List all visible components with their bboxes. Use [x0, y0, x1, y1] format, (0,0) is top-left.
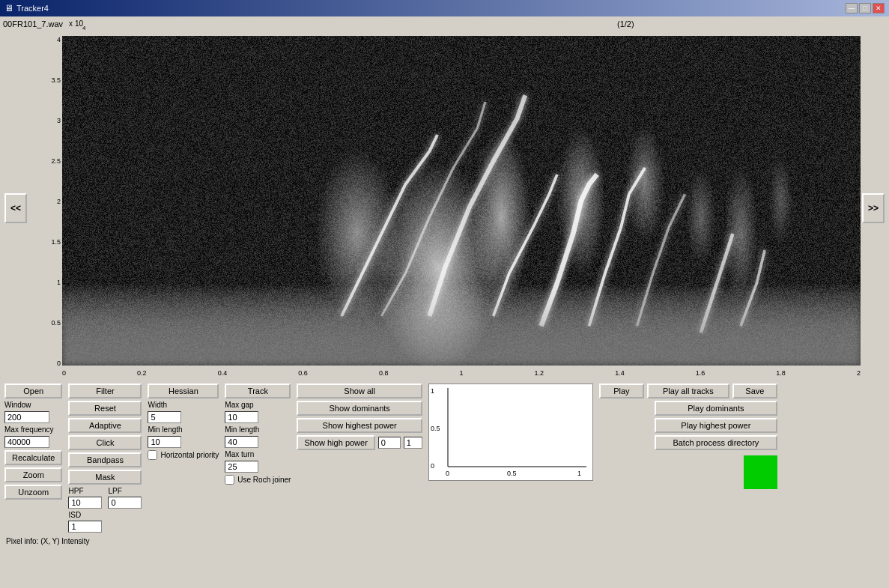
horizontal-priority-row: Horizontal priority [148, 450, 219, 460]
lpf-label: LPF [108, 487, 142, 495]
adaptive-button[interactable]: Adaptive [68, 418, 142, 433]
col-play: Play Play all tracks Save Play dominants… [599, 384, 777, 489]
y-35: 3.5 [51, 76, 61, 84]
show-high-power-input1[interactable] [378, 437, 401, 449]
y-axis: 4 3.5 3 2.5 2 1.5 1 0.5 0 [28, 36, 62, 381]
bandpass-button[interactable]: Bandpass [68, 452, 142, 467]
svg-text:0.5: 0.5 [431, 425, 440, 432]
y-15: 1.5 [51, 238, 61, 246]
max-turn-input[interactable] [225, 461, 258, 473]
max-turn-label: Max turn [225, 450, 291, 458]
maximize-button[interactable]: □ [859, 3, 871, 13]
horizontal-priority-checkbox[interactable] [148, 450, 157, 460]
spectrogram-row: << 4 3.5 3 2.5 2 1.5 1 0.5 0 0 0.2 0.4 0… [3, 36, 886, 381]
hpf-label: HPF [68, 487, 102, 495]
window-input[interactable] [4, 411, 49, 423]
width-label: Width [148, 401, 219, 409]
isd-label: ISD [68, 511, 142, 519]
save-button[interactable]: Save [732, 384, 777, 398]
hessian-button[interactable]: Hessian [148, 384, 219, 398]
title-bar: 🖥 Tracker4 — □ ✕ [0, 0, 889, 16]
mini-chart: 1 0.5 0 0 0.5 1 [428, 384, 593, 481]
max-freq-label: Max frequency [4, 425, 62, 434]
y-05: 0.5 [51, 319, 61, 327]
track-button[interactable]: Track [225, 384, 291, 398]
col-filter: Filter Reset Adaptive Click Bandpass Mas… [68, 384, 142, 533]
axis-exp-num: 4 [82, 25, 85, 31]
min-length-label2: Min length [225, 425, 291, 434]
pixel-info-label: Pixel info: (X, Y) Intensity [6, 537, 90, 545]
y-4: 4 [57, 36, 61, 43]
col-show: Show all Show dominants Show highest pow… [297, 384, 422, 450]
roch-joiner-checkbox[interactable] [225, 475, 234, 485]
click-button[interactable]: Click [68, 435, 142, 450]
unzoom-button[interactable]: Unzoom [4, 485, 62, 500]
min-length-label: Min length [148, 425, 219, 434]
hpf-lpf-row: HPF LPF [68, 487, 142, 509]
isd-input[interactable] [68, 521, 102, 533]
y-0: 0 [57, 360, 61, 367]
y-25: 2.5 [51, 157, 61, 165]
show-dominants-button[interactable]: Show dominants [297, 401, 422, 416]
width-input[interactable] [148, 411, 181, 423]
svg-text:1: 1 [431, 387, 434, 395]
page-label: (1/2) [617, 19, 634, 28]
svg-text:0.5: 0.5 [507, 470, 517, 477]
batch-process-button[interactable]: Batch process directory [655, 435, 777, 450]
mini-chart-svg: 1 0.5 0 0 0.5 1 [429, 384, 594, 482]
spectrogram-area: 0 0.2 0.4 0.6 0.8 1 1.2 1.4 1.6 1.8 2 [62, 36, 861, 381]
y-1: 1 [57, 279, 61, 286]
filename-label: 00FR101_7.wav [3, 19, 63, 28]
svg-text:1: 1 [577, 470, 581, 477]
svg-text:0: 0 [446, 470, 449, 477]
roch-joiner-row: Use Roch joiner [225, 475, 291, 485]
max-gap-label: Max gap [225, 401, 291, 409]
play-dominants-button[interactable]: Play dominants [655, 401, 777, 416]
svg-text:0: 0 [431, 462, 434, 470]
minimize-button[interactable]: — [846, 3, 858, 13]
play-save-row: Play Play all tracks Save [599, 384, 777, 398]
max-freq-input[interactable] [4, 436, 49, 448]
recalculate-button[interactable]: Recalculate [4, 450, 62, 465]
col-track: Track Max gap Min length Max turn Use Ro… [225, 384, 291, 485]
zoom-button[interactable]: Zoom [4, 467, 62, 482]
play-button[interactable]: Play [599, 384, 644, 398]
filter-button[interactable]: Filter [68, 384, 142, 398]
app-icon: 🖥 [4, 3, 13, 13]
y-2: 2 [57, 198, 61, 205]
pixel-info: Pixel info: (X, Y) Intensity [3, 536, 886, 547]
play-all-tracks-button[interactable]: Play all tracks [647, 384, 729, 398]
horizontal-priority-label: Horizontal priority [160, 451, 219, 459]
col-hessian: Hessian Width Min length Horizontal prio… [148, 384, 219, 460]
open-button[interactable]: Open [4, 384, 62, 398]
hpf-input[interactable] [68, 497, 102, 509]
window-label: Window [4, 401, 62, 409]
reset-button[interactable]: Reset [68, 401, 142, 416]
show-highest-power-button[interactable]: Show highest power [297, 418, 422, 433]
axis-exponent: x 10 [69, 19, 83, 28]
lpf-input[interactable] [108, 497, 142, 509]
mini-chart-container: 1 0.5 0 0 0.5 1 [428, 384, 593, 481]
next-button[interactable]: >> [862, 193, 885, 223]
close-button[interactable]: ✕ [873, 3, 885, 13]
window-title: Tracker4 [16, 4, 49, 13]
show-high-power-input2[interactable] [404, 437, 422, 449]
y-3: 3 [57, 117, 61, 124]
spectrogram-canvas[interactable] [62, 36, 861, 366]
mask-button[interactable]: Mask [68, 470, 142, 485]
x-axis: 0 0.2 0.4 0.6 0.8 1 1.2 1.4 1.6 1.8 2 [62, 366, 861, 381]
min-length-input[interactable] [148, 436, 181, 448]
min-length-input2[interactable] [225, 436, 258, 448]
play-highest-power-button[interactable]: Play highest power [655, 418, 777, 433]
col-open: Open Window Max frequency Recalculate Zo… [4, 384, 62, 500]
main-container: 00FR101_7.wav x 10 4 (1/2) << 4 3.5 3 2.… [0, 16, 889, 588]
top-info: 00FR101_7.wav x 10 4 (1/2) [3, 19, 886, 34]
show-high-power-row: Show high power [297, 435, 422, 450]
show-high-power-button[interactable]: Show high power [297, 435, 374, 450]
show-all-button[interactable]: Show all [297, 384, 422, 398]
roch-joiner-label: Use Roch joiner [237, 476, 291, 484]
max-gap-input[interactable] [225, 411, 258, 423]
controls-row: Open Window Max frequency Recalculate Zo… [3, 381, 886, 536]
green-indicator [744, 455, 777, 489]
prev-button[interactable]: << [4, 193, 27, 223]
